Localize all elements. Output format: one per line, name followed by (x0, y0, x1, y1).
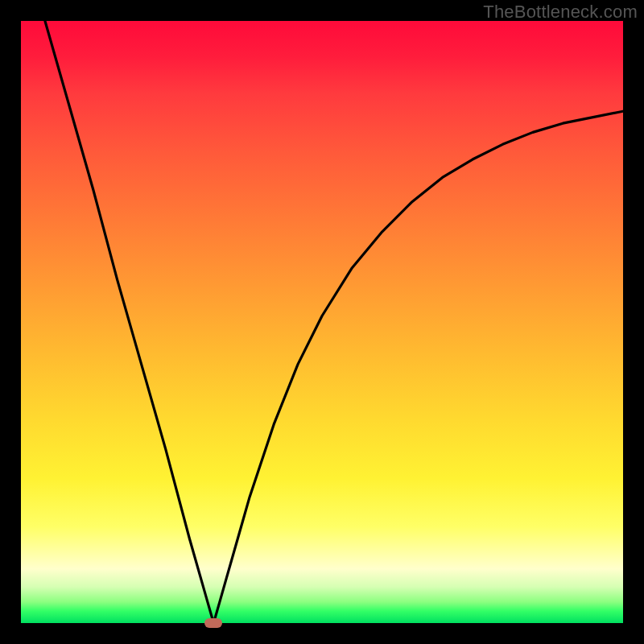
watermark-text: TheBottleneck.com (483, 2, 638, 23)
minimum-marker (204, 618, 222, 628)
chart-frame (21, 21, 623, 623)
bottleneck-curve (21, 21, 623, 623)
